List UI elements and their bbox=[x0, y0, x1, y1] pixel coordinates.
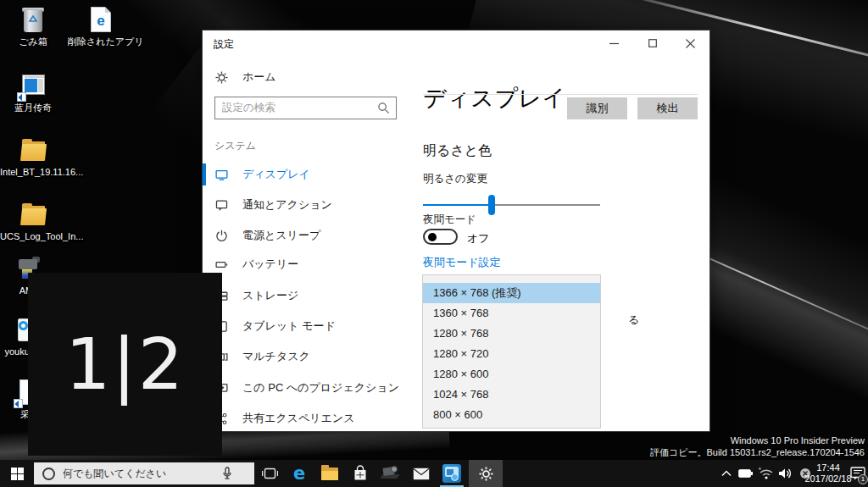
brightness-label: 明るさの変更 bbox=[423, 172, 487, 186]
settings-window: 設定 ホーム bbox=[202, 30, 710, 432]
taskbar-device-app-button[interactable] bbox=[376, 460, 405, 487]
detect-button[interactable]: 検出 bbox=[637, 97, 698, 119]
minimize-button[interactable] bbox=[595, 30, 633, 56]
taskbar: e bbox=[0, 460, 868, 487]
resolution-option[interactable]: 1360 × 768 bbox=[423, 303, 600, 324]
watermark-line2: 評価コピー。Build 15031.rs2_release.170204-154… bbox=[650, 447, 865, 459]
cortana-search-box[interactable] bbox=[34, 462, 254, 484]
settings-search-input[interactable] bbox=[222, 97, 370, 118]
device-camera-icon bbox=[381, 466, 400, 481]
microphone-icon[interactable] bbox=[221, 467, 233, 480]
windows-logo-icon bbox=[11, 468, 24, 480]
sidebar-item-multitasking[interactable]: マルチタスク bbox=[203, 346, 391, 368]
slider-thumb[interactable] bbox=[488, 195, 495, 215]
app-window-icon bbox=[19, 71, 47, 100]
night-mode-settings-link[interactable]: 夜間モード設定 bbox=[423, 255, 501, 270]
display-number-text: 1|2 bbox=[65, 323, 185, 406]
tray-wifi-button[interactable]: * bbox=[756, 460, 775, 487]
desktop: ごみ箱 e 削除されたアプリ 蓝月传奇 Intel_BT_19.11.16...… bbox=[0, 0, 868, 487]
night-mode-label: 夜間モード bbox=[423, 213, 476, 227]
window-title: 設定 bbox=[214, 37, 234, 52]
resolution-option[interactable]: 1024 × 768 bbox=[423, 385, 600, 405]
gear-icon bbox=[214, 70, 229, 85]
taskbar-mail-button[interactable] bbox=[407, 460, 436, 487]
recycle-symbol bbox=[27, 15, 39, 25]
taskbar-edge-button[interactable]: e bbox=[285, 460, 314, 487]
taskbar-settings-button[interactable] bbox=[471, 460, 500, 487]
folder-icon bbox=[19, 136, 47, 164]
shortcut-arrow-icon bbox=[14, 399, 23, 408]
sidebar-item-battery[interactable]: バッテリー bbox=[203, 253, 391, 275]
maximize-icon bbox=[648, 39, 657, 47]
start-button[interactable] bbox=[0, 460, 34, 487]
sidebar-item-shared-experiences[interactable]: 共有エクスペリエンス bbox=[203, 407, 391, 429]
task-view-icon bbox=[262, 467, 278, 480]
resolution-option-selected[interactable]: 1366 × 768 (推奨) bbox=[423, 283, 600, 303]
cortana-icon bbox=[42, 468, 55, 480]
desktop-icon-recycle-bin[interactable]: ごみ箱 bbox=[0, 5, 66, 47]
edge-icon: e bbox=[293, 463, 305, 484]
insider-watermark: Windows 10 Pro Insider Preview 評価コピー。Bui… bbox=[650, 435, 865, 458]
taskbar-file-explorer-button[interactable] bbox=[315, 460, 344, 487]
window-titlebar[interactable]: 設定 bbox=[203, 30, 709, 56]
store-bag-icon bbox=[353, 465, 368, 482]
sidebar-section-system: システム bbox=[214, 139, 256, 153]
night-mode-state: オフ bbox=[467, 231, 490, 246]
clock-time: 17:44 bbox=[804, 462, 853, 473]
taskbar-blue-app-button[interactable] bbox=[437, 460, 466, 487]
header-divider bbox=[423, 94, 698, 95]
svg-text:*: * bbox=[759, 468, 761, 473]
sidebar-item-power[interactable]: 電源とスリープ bbox=[203, 224, 391, 246]
tray-show-hidden-icons-button[interactable] bbox=[717, 460, 736, 487]
minimize-icon bbox=[609, 39, 619, 48]
tray-clock[interactable]: 17:44 2017/02/18 bbox=[804, 462, 853, 485]
chevron-up-icon bbox=[721, 470, 732, 477]
desktop-icon-deleted-apps[interactable]: e 削除されたアプリ bbox=[68, 5, 134, 47]
sidebar-item-storage[interactable]: ストレージ bbox=[203, 285, 391, 307]
tray-battery-button[interactable] bbox=[736, 460, 754, 487]
folder-icon bbox=[19, 200, 47, 229]
night-mode-toggle[interactable] bbox=[423, 229, 458, 245]
notification-badge: 1 bbox=[858, 474, 868, 484]
sidebar-item-tablet-mode[interactable]: タブレット モード bbox=[203, 315, 391, 337]
desktop-icon-ucs-log-folder[interactable]: UCS_Log_Tool_In... bbox=[0, 200, 66, 242]
battery-icon bbox=[214, 257, 229, 272]
close-icon bbox=[686, 39, 695, 48]
identify-button[interactable]: 識別 bbox=[567, 97, 627, 119]
tray-volume-button[interactable] bbox=[776, 460, 794, 487]
cortana-search-input[interactable] bbox=[63, 468, 220, 479]
settings-search-box[interactable] bbox=[214, 97, 397, 119]
desktop-icon-game-shortcut[interactable]: 蓝月传奇 bbox=[0, 71, 66, 113]
sidebar-item-projecting[interactable]: この PC へのプロジェクション bbox=[203, 377, 391, 399]
toggle-knob bbox=[428, 233, 437, 241]
resolution-dropdown-list: 1366 × 768 (推奨) 1360 × 768 1280 × 768 12… bbox=[422, 274, 601, 429]
mail-envelope-icon bbox=[413, 468, 430, 480]
shortcut-arrow-icon bbox=[17, 92, 26, 102]
brightness-section-header: 明るさと色 bbox=[423, 142, 492, 160]
watermark-line1: Windows 10 Pro Insider Preview bbox=[650, 435, 865, 447]
background-text-fragment: る bbox=[628, 313, 639, 328]
file-explorer-icon bbox=[321, 468, 338, 480]
sidebar-item-home[interactable]: ホーム bbox=[203, 66, 391, 88]
sidebar-home-label: ホーム bbox=[242, 69, 276, 85]
page-title: ディスプレイ bbox=[423, 83, 566, 113]
resolution-option[interactable]: 1280 × 720 bbox=[423, 344, 600, 364]
taskbar-store-button[interactable] bbox=[346, 460, 375, 487]
wifi-disconnected-icon: * bbox=[759, 468, 773, 479]
resolution-option[interactable]: 800 × 600 bbox=[423, 405, 600, 425]
sidebar-item-notifications[interactable]: 通知とアクション bbox=[203, 194, 391, 216]
desktop-icon-intel-bt-folder[interactable]: Intel_BT_19.11.16... bbox=[0, 136, 66, 178]
blue-app-icon bbox=[442, 464, 461, 483]
task-view-button[interactable] bbox=[255, 460, 284, 487]
sidebar-item-display[interactable]: ディスプレイ bbox=[203, 163, 391, 185]
maximize-button[interactable] bbox=[633, 30, 671, 56]
resolution-option[interactable]: 1280 × 768 bbox=[423, 324, 600, 344]
search-icon bbox=[377, 102, 390, 114]
speaker-icon bbox=[778, 468, 793, 479]
close-button[interactable] bbox=[671, 30, 709, 56]
battery-icon bbox=[738, 469, 753, 478]
power-icon bbox=[214, 229, 229, 243]
action-center-button[interactable]: 1 bbox=[848, 460, 868, 487]
resolution-option[interactable]: 1280 × 600 bbox=[423, 364, 600, 385]
notification-bubble-icon bbox=[214, 198, 229, 213]
